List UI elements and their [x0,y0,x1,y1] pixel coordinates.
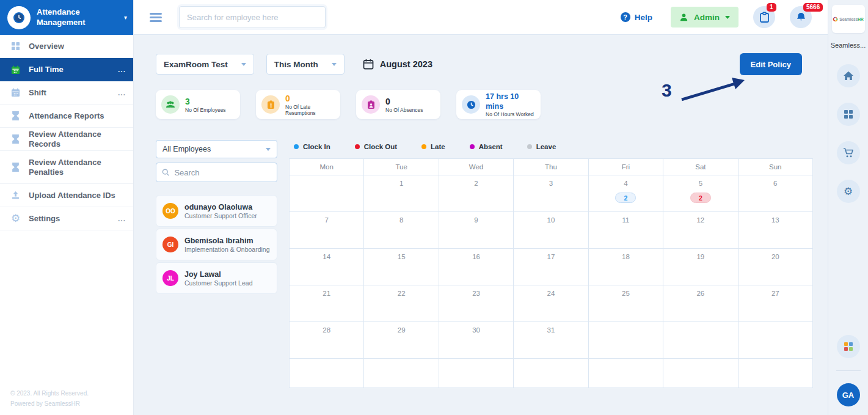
calendar-empty-cell[interactable] [589,359,663,388]
tasks-count-badge: 1 [767,3,776,12]
calendar-empty-cell[interactable] [589,322,663,359]
calendar-day-cell[interactable]: 31 [514,322,588,359]
day-number: 19 [696,253,704,260]
calendar-day-cell[interactable]: 19 [663,249,738,285]
employee-search-input[interactable] [179,6,326,28]
legend-item-absent: Absent [470,143,503,150]
more-dots-icon[interactable]: ... [118,89,126,97]
calendar-day-cell[interactable]: 24 [514,285,588,322]
calendar-day-cell[interactable]: 10 [514,212,588,249]
calendar-empty-cell[interactable] [739,322,813,359]
person-icon [679,13,688,22]
annotation-step-number: 3 [662,80,672,101]
calendar-day-cell[interactable]: 16 [439,249,514,285]
hamburger-menu-icon[interactable] [150,11,162,24]
calendar-empty-cell[interactable] [663,322,738,359]
day-number: 16 [472,253,480,260]
seamlesshr-logo[interactable]: SeamlessHR [832,5,865,33]
sidebar-item-label: Shift [29,88,46,98]
calendar-day-cell[interactable]: 26 [663,285,738,322]
day-count-badge[interactable]: 2 [690,193,711,203]
more-dots-icon[interactable]: ... [118,215,126,223]
gear-icon: ⚙ [844,186,853,197]
calendar-day-cell[interactable]: 1 [364,175,439,212]
calendar-day-cell[interactable]: 30 [439,322,514,359]
calendar-day-cell[interactable]: 27 [739,285,813,322]
calendar-day-cell[interactable]: 13 [739,212,813,249]
bell-icon [796,12,806,23]
app-switcher[interactable]: Attendance Management ▾ [0,0,133,35]
employee-list-item[interactable]: GI Gbemisola Ibrahim Implementation & On… [156,229,277,260]
calendar-day-cell[interactable]: 3 [514,175,588,212]
sidebar-item-settings[interactable]: ⚙ Settings ... [0,207,133,230]
calendar-day-cell[interactable]: 17 [514,249,588,285]
home-button[interactable] [837,64,860,87]
calendar-day-cell[interactable]: 28 [290,322,364,359]
sidebar-item-review-attendance-penalties[interactable]: Review Attendance Penalties [0,151,133,184]
marketplace-button[interactable] [837,141,860,164]
help-button[interactable]: ? Help [621,12,652,22]
sidebar-item-full-time[interactable]: Full Time ... [0,58,133,81]
day-number: 8 [399,216,403,224]
tasks-button[interactable]: 1 [753,6,775,28]
calendar-day-cell[interactable]: 2 [439,175,514,212]
calendar-day-cell[interactable]: 42 [589,175,663,212]
calendar-day-cell[interactable]: 14 [290,249,364,285]
sidebar-item-attendance-reports[interactable]: Attendance Reports [0,105,133,128]
employee-list-search[interactable] [156,163,277,182]
sidebar-item-upload-attendance-ids[interactable]: Upload Attendance IDs [0,184,133,207]
calendar-empty-cell[interactable] [290,359,364,388]
day-number: 9 [474,216,478,224]
calendar-day-cell[interactable]: 15 [364,249,439,285]
user-avatar[interactable]: GA [837,383,860,406]
day-count-badge[interactable]: 2 [615,193,636,203]
calendar-day-cell[interactable]: 25 [589,285,663,322]
sidebar-item-shift[interactable]: Shift ... [0,81,133,105]
calendar-empty-cell[interactable] [739,359,813,388]
company-select[interactable]: ExamRoom Test [156,54,254,75]
calendar-day-cell[interactable]: 9 [439,212,514,249]
month-picker[interactable]: August 2023 [363,59,432,70]
employee-role: Customer Support Officer [184,212,257,219]
employee-list-search-input[interactable] [174,168,271,177]
calendar-day-cell[interactable]: 18 [589,249,663,285]
absent-dot-icon [470,144,475,149]
calendar-day-cell[interactable]: 12 [663,212,738,249]
day-number: 2 [474,180,478,187]
calendar-day-cell[interactable]: 11 [589,212,663,249]
sidebar-item-overview[interactable]: Overview [0,35,133,58]
calendar-empty-cell[interactable] [439,359,514,388]
calendar-day-cell[interactable]: 8 [364,212,439,249]
period-select[interactable]: This Month [266,54,345,75]
clock-icon [462,95,480,114]
notifications-button[interactable]: 5666 [790,6,812,28]
calendar-day-cell[interactable]: 7 [290,212,364,249]
calendar-day-cell[interactable]: 22 [364,285,439,322]
calendar-empty-cell[interactable] [663,359,738,388]
seamlesshr-logo-icon [833,17,838,22]
employee-name: Gbemisola Ibrahim [184,236,270,246]
apps-grid-button[interactable] [837,103,860,126]
calendar-day-cell[interactable]: 29 [364,322,439,359]
colored-grid-icon [844,342,853,351]
admin-menu-button[interactable]: Admin [671,7,739,28]
employee-list: OO odunayo Olaoluwa Customer Support Off… [156,195,277,294]
employee-list-item[interactable]: JL Joy Lawal Customer Support Lead [156,262,277,294]
employee-filter-select[interactable]: All Employees [156,140,277,158]
more-dots-icon[interactable]: ... [118,65,126,74]
employee-list-item[interactable]: OO odunayo Olaoluwa Customer Support Off… [156,195,277,227]
calendar-day-cell[interactable]: 6 [739,175,813,212]
calendar-day-cell[interactable]: 20 [739,249,813,285]
absence-badge-icon [362,95,380,114]
calendar-column: Clock In Clock Out Late Absent Leave Mon… [289,140,813,388]
app-launcher-button[interactable] [837,335,860,358]
calendar-empty-cell[interactable] [290,175,364,212]
calendar-day-cell[interactable]: 52 [663,175,738,212]
calendar-day-cell[interactable]: 21 [290,285,364,322]
calendar-empty-cell[interactable] [514,359,588,388]
legend-item-late: Late [421,143,445,150]
sidebar-item-review-attendance-records[interactable]: Review Attendance Records [0,128,133,151]
settings-button[interactable]: ⚙ [837,180,860,203]
calendar-day-cell[interactable]: 23 [439,285,514,322]
calendar-empty-cell[interactable] [364,359,439,388]
